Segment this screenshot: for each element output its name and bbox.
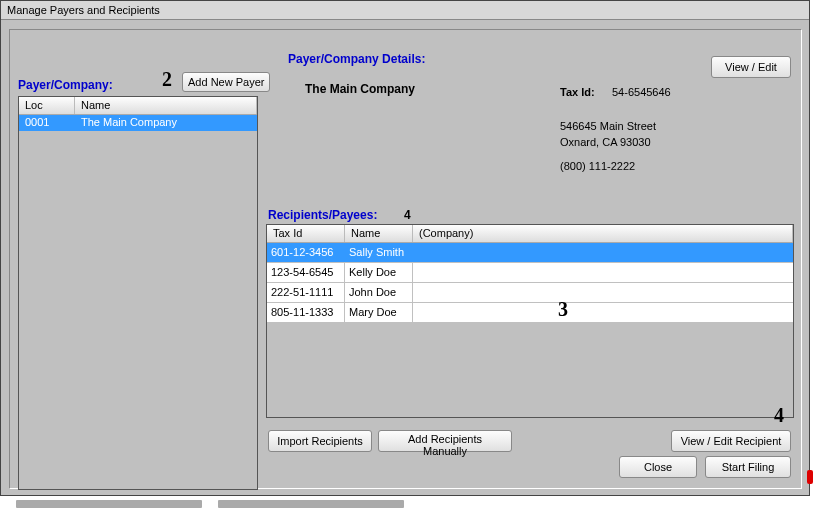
start-filing-button[interactable]: Start Filing: [705, 456, 791, 478]
content-area: Payer/Company: 2 Add New Payer Loc Name …: [9, 29, 802, 489]
rec-header-name[interactable]: Name: [345, 225, 413, 242]
payer-header-name[interactable]: Name: [75, 97, 257, 114]
details-label: Payer/Company Details:: [288, 52, 425, 66]
table-row[interactable]: 222-51-1111 John Doe: [267, 283, 793, 303]
payer-row-loc: 0001: [19, 115, 75, 131]
rec-row-taxid: 123-54-6545: [267, 263, 345, 282]
import-recipients-button[interactable]: Import Recipients: [268, 430, 372, 452]
add-new-payer-button[interactable]: Add New Payer: [182, 72, 270, 92]
view-edit-recipient-button[interactable]: View / Edit Recipient: [671, 430, 791, 452]
rec-row-company: [413, 283, 793, 302]
payer-header-loc[interactable]: Loc: [19, 97, 75, 114]
rec-row-name: Mary Doe: [345, 303, 413, 322]
rec-row-name: John Doe: [345, 283, 413, 302]
recipients-label: Recipients/Payees:: [268, 208, 377, 222]
rec-row-taxid: 222-51-1111: [267, 283, 345, 302]
add-recipients-button[interactable]: Add Recipients Manually: [378, 430, 512, 452]
thumbnail-shadow: [218, 500, 404, 508]
table-row[interactable]: 601-12-3456 Sally Smith: [267, 243, 793, 263]
recipients-table[interactable]: Tax Id Name (Company) 601-12-3456 Sally …: [266, 224, 794, 418]
taxid-label: Tax Id:: [560, 86, 595, 98]
rec-header-company[interactable]: (Company): [413, 225, 793, 242]
payer-row-name: The Main Company: [75, 115, 257, 131]
step-2-marker: 2: [162, 68, 172, 91]
table-row[interactable]: 805-11-1333 Mary Doe: [267, 303, 793, 323]
rec-row-name: Sally Smith: [345, 243, 413, 262]
table-row[interactable]: 0001 The Main Company: [19, 115, 257, 131]
thumbnail-shadow: [16, 500, 202, 508]
rec-row-taxid: 805-11-1333: [267, 303, 345, 322]
step-3-marker: 3: [558, 298, 568, 321]
rec-row-company: [413, 263, 793, 282]
rec-row-company: [413, 303, 793, 322]
rec-header-taxid[interactable]: Tax Id: [267, 225, 345, 242]
close-button[interactable]: Close: [619, 456, 697, 478]
table-row[interactable]: 123-54-6545 Kelly Doe: [267, 263, 793, 283]
recipients-table-header: Tax Id Name (Company): [267, 225, 793, 243]
phone-value: (800) 111-2222: [560, 160, 635, 172]
payer-company-label: Payer/Company:: [18, 78, 113, 92]
side-indicator: [807, 470, 813, 484]
payer-table-header: Loc Name: [19, 97, 257, 115]
payer-table[interactable]: Loc Name 0001 The Main Company: [18, 96, 258, 490]
selected-company-name: The Main Company: [305, 82, 415, 96]
main-window: Manage Payers and Recipients Payer/Compa…: [0, 0, 810, 496]
address-line1: 546645 Main Street: [560, 120, 656, 132]
step-4-marker: 4: [774, 404, 784, 427]
rec-row-company: [413, 243, 793, 262]
rec-row-taxid: 601-12-3456: [267, 243, 345, 262]
taxid-value: 54-6545646: [612, 86, 671, 98]
recipients-count: 4: [404, 208, 411, 222]
view-edit-button[interactable]: View / Edit: [711, 56, 791, 78]
window-title: Manage Payers and Recipients: [1, 1, 809, 20]
rec-row-name: Kelly Doe: [345, 263, 413, 282]
address-line2: Oxnard, CA 93030: [560, 136, 651, 148]
